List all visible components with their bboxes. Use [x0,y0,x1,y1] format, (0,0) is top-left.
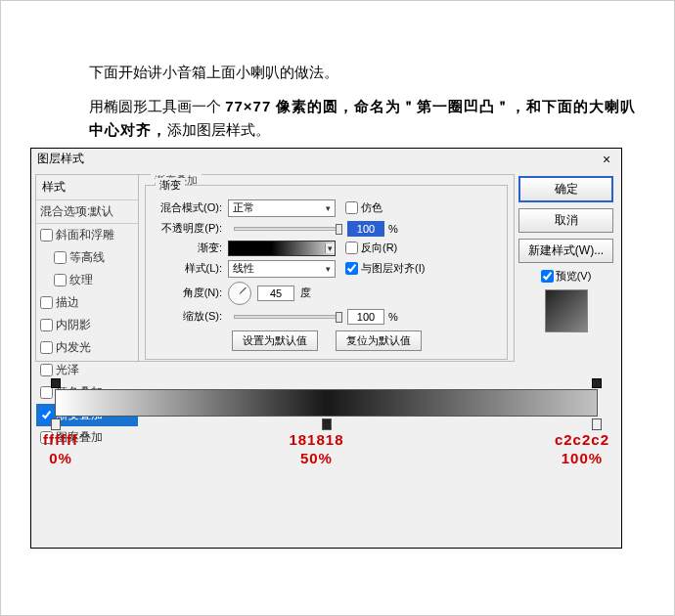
angle-input[interactable]: 45 [257,286,294,301]
sidebar-item-contour[interactable]: 等高线 [36,246,138,269]
intro-post: 添加图层样式。 [167,121,270,138]
gradient-overlay-panel: 渐变叠加 渐变 混合模式(O): 正常 ▾ 仿色 不透明度(P): [138,174,515,362]
scale-row: 缩放(S): 100 % [154,309,499,325]
preview-label: 预览(V) [556,270,592,282]
opacity-slider[interactable] [234,227,341,231]
percent-label: % [388,223,398,235]
style-value: 线性 [233,261,254,276]
intro-text-2: 用椭圆形工具画一个 77×77 像素的圆，命名为＂第一圈凹凸＂，和下面的大喇叭中… [89,95,645,142]
style-label: 样式(L): [154,261,222,276]
sidebar-item-label: 等高线 [69,250,105,264]
sidebar-item-inner-shadow[interactable]: 内阴影 [36,314,138,336]
gradient-swatch[interactable]: ▾ [228,241,336,256]
reverse-label: 反向(R) [361,241,397,255]
blend-mode-row: 混合模式(O): 正常 ▾ 仿色 [154,199,499,217]
sidebar-item-label: 光泽 [56,363,79,376]
bevel-checkbox[interactable] [40,229,53,242]
sidebar-item-inner-glow[interactable]: 内发光 [36,336,138,359]
sidebar-header[interactable]: 样式 [36,175,138,199]
align-label: 与图层对齐(I) [361,261,425,276]
stop-annot-2: c2c2c2 100% [555,430,609,468]
titlebar[interactable]: 图层样式 × [31,149,621,170]
stop-pct: 0% [49,450,72,466]
percent-label: % [388,311,398,323]
preview-checkbox[interactable] [541,270,554,283]
color-stop-2[interactable] [592,418,602,430]
align-checkbox[interactable] [345,262,358,275]
gradient-label: 渐变: [154,241,222,255]
color-stop-0[interactable] [51,418,61,430]
sidebar-item-label: 纹理 [69,273,93,286]
default-buttons-row: 设置为默认值 复位为默认值 [154,330,499,351]
sidebar-item-label: 内发光 [56,340,91,354]
satin-checkbox[interactable] [40,364,53,376]
cancel-button[interactable]: 取消 [518,208,613,233]
sidebar-item-label: 内阴影 [56,318,91,331]
sidebar-blend-default[interactable]: 混合选项:默认 [36,199,138,224]
inner-shadow-checkbox[interactable] [40,319,53,331]
fieldset-legend: 渐变 [156,178,185,193]
styles-sidebar: 样式 混合选项:默认 斜面和浮雕 等高线 纹理 描边 内阴影 内发光 光泽 颜色… [35,174,138,362]
dither-label: 仿色 [361,200,382,215]
sidebar-item-bevel[interactable]: 斜面和浮雕 [36,224,138,246]
style-select[interactable]: 线性 ▾ [228,260,336,278]
stroke-checkbox[interactable] [40,296,53,309]
gradient-bar[interactable] [55,389,598,417]
blend-mode-label: 混合模式(O): [154,200,222,215]
sidebar-item-texture[interactable]: 纹理 [36,269,138,291]
reset-default-button[interactable]: 复位为默认值 [336,330,422,351]
dither-checkbox[interactable] [345,201,358,214]
reverse-checkbox[interactable] [345,242,358,254]
intro-pre: 用椭圆形工具画一个 [89,98,225,114]
opacity-input[interactable]: 100 [347,221,384,237]
sidebar-item-label: 斜面和浮雕 [56,228,114,242]
new-style-button[interactable]: 新建样式(W)... [518,239,613,263]
gradient-row: 渐变: ▾ 反向(R) [154,241,499,256]
stop-pct: 50% [300,450,333,466]
blend-mode-select[interactable]: 正常 ▾ [228,199,336,217]
color-stop-1[interactable] [322,418,332,430]
right-column: 确定 取消 新建样式(W)... 预览(V) [515,174,617,362]
blend-mode-value: 正常 [233,200,254,215]
preview-toggle[interactable]: 预览(V) [518,269,613,284]
page-root: 下面开始讲小音箱上面小喇叭的做法。 用椭圆形工具画一个 77×77 像素的圆，命… [0,0,675,616]
gradient-editor: ffffff 0% 181818 50% c2c2c2 100% [37,377,615,422]
chevron-down-icon: ▾ [325,243,335,253]
stop-pct: 100% [562,450,603,466]
contour-checkbox[interactable] [54,251,67,264]
scale-input[interactable]: 100 [347,309,384,325]
opacity-label: 不透明度(P): [154,221,222,236]
intro-text-1: 下面开始讲小音箱上面小喇叭的做法。 [89,60,645,85]
set-default-button[interactable]: 设置为默认值 [232,330,318,351]
scale-label: 缩放(S): [154,309,222,324]
chevron-down-icon: ▾ [326,264,331,274]
style-row: 样式(L): 线性 ▾ 与图层对齐(I) [154,260,499,278]
stop-annot-1: 181818 50% [289,430,343,468]
inner-glow-checkbox[interactable] [40,341,53,354]
stop-annot-0: ffffff 0% [43,430,78,468]
close-icon[interactable]: × [598,152,615,167]
scale-slider[interactable] [234,315,341,319]
stop-hex: c2c2c2 [555,431,609,448]
angle-row: 角度(N): 45 度 [154,282,499,305]
layer-style-dialog: 图层样式 × 样式 混合选项:默认 斜面和浮雕 等高线 纹理 描边 内阴影 内发… [30,148,622,549]
opacity-stop-right[interactable] [592,378,602,388]
stop-hex: ffffff [43,431,78,448]
stop-hex: 181818 [289,431,343,448]
gradient-track[interactable] [55,389,598,422]
angle-dial[interactable] [228,282,251,305]
stop-annotations: ffffff 0% 181818 50% c2c2c2 100% [37,430,615,468]
angle-label: 角度(N): [154,286,222,300]
ok-button[interactable]: 确定 [518,176,613,202]
preview-swatch [545,289,588,332]
texture-checkbox[interactable] [54,274,67,286]
opacity-stop-left[interactable] [51,378,61,388]
angle-unit: 度 [300,286,311,300]
dialog-title: 图层样式 [37,151,84,167]
sidebar-item-label: 描边 [56,295,79,309]
dialog-body: 样式 混合选项:默认 斜面和浮雕 等高线 纹理 描边 内阴影 内发光 光泽 颜色… [31,170,621,366]
sidebar-item-stroke[interactable]: 描边 [36,291,138,314]
gradient-fieldset: 渐变 混合模式(O): 正常 ▾ 仿色 不透明度(P): 100 [145,185,508,360]
chevron-down-icon: ▾ [326,203,331,213]
opacity-row: 不透明度(P): 100 % [154,221,499,237]
